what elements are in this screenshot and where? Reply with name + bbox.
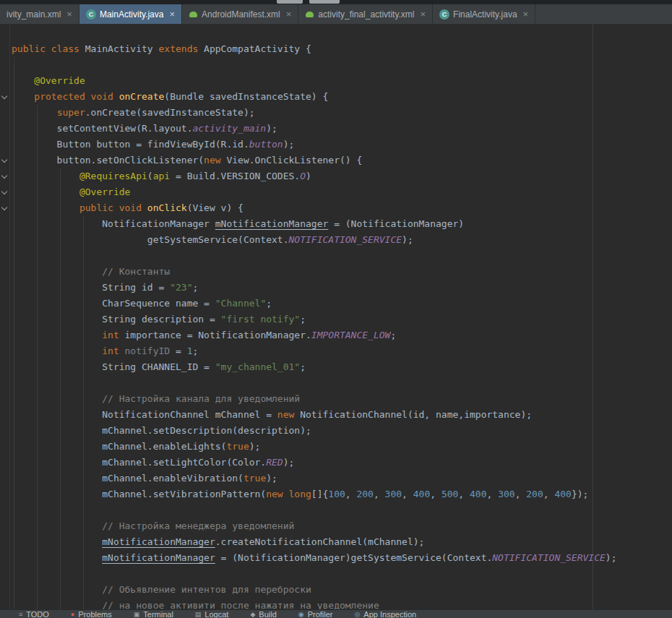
code-token: ) (306, 171, 311, 181)
code-line[interactable]: @Override (12, 184, 617, 200)
code-token: ( (147, 171, 153, 181)
android-icon (189, 9, 198, 19)
android-icon (305, 9, 314, 19)
statusbar-label: Build (259, 611, 276, 618)
code-line[interactable]: // Настройка канала для уведомлений (12, 391, 617, 407)
code-line[interactable]: @RequiresApi(api = Build.VERSION_CODES.O… (12, 168, 617, 184)
code-token: 500 (441, 489, 458, 499)
statusbar-item-terminal[interactable]: ▣Terminal (134, 611, 173, 618)
close-icon[interactable]: × (169, 9, 175, 19)
statusbar-item-todo[interactable]: ≡TODO (19, 611, 49, 618)
code-token: ); (266, 123, 277, 134)
code-token: View.OnClickListener() { (226, 155, 362, 166)
code-token: ; (192, 346, 198, 356)
terminal-icon: ▣ (134, 611, 140, 618)
code-line[interactable]: Button button = findViewById(R.id.button… (12, 137, 617, 153)
code-token: , (374, 489, 385, 499)
close-icon[interactable]: × (421, 9, 426, 19)
code-line[interactable]: public class MainActivity extends AppCom… (12, 41, 617, 57)
code-line[interactable]: CharSequence name = "Channel"; (12, 296, 617, 312)
code-line[interactable]: NotificationManager mNotificationManager… (12, 216, 617, 232)
tab-AndroidManifest.xml[interactable]: AndroidManifest.xml× (182, 4, 298, 24)
code-token (12, 91, 34, 102)
close-icon[interactable]: × (66, 9, 72, 19)
code-line[interactable]: protected void onCreate(Bundle savedInst… (12, 89, 617, 105)
code-token: , (345, 489, 357, 499)
code-token: 200 (526, 489, 543, 499)
code-line[interactable]: mChannel.enableLights(true); (12, 439, 617, 455)
code-token: activity_main (192, 123, 266, 134)
code-token: NOTIFICATION_SERVICE (289, 234, 402, 245)
code-line[interactable]: getSystemService(Context.NOTIFICATION_SE… (12, 232, 617, 248)
code-line[interactable]: public void onClick(View v) { (12, 200, 617, 216)
statusbar-item-problems[interactable]: ●Problems (71, 611, 112, 618)
code-line[interactable]: // Настройка менеджера уведомлений (12, 518, 617, 534)
code-token: MainActivity (79, 43, 159, 54)
code-line[interactable]: int notifyID = 1; (12, 343, 617, 359)
code-token: Button button = findViewById(R.id. (12, 139, 249, 150)
code-token: // Настройка канала для уведомлений (102, 393, 300, 404)
code-line[interactable]: int importance = NotificationManager.IMP… (12, 327, 617, 343)
statusbar-item-logcat[interactable]: ▤Logcat (195, 611, 229, 618)
close-icon[interactable]: × (523, 9, 529, 19)
code-token (12, 393, 102, 404)
code-line[interactable]: mNotificationManager = (NotificationMana… (12, 550, 617, 566)
code-line[interactable] (12, 57, 617, 73)
code-line[interactable]: // Обьявление интентов для переброски (12, 582, 617, 598)
code-token: ; (192, 282, 198, 293)
code-token: int (102, 330, 124, 340)
tab-FinalActivity.java[interactable]: CFinalActivity.java× (433, 4, 535, 24)
code-token (12, 536, 102, 547)
close-icon[interactable]: × (286, 9, 292, 19)
tab-label: MainActivity.java (100, 9, 163, 20)
editor[interactable]: public class MainActivity extends AppCom… (0, 25, 672, 611)
profiler-icon: ◉ (298, 611, 304, 618)
code-token: ; (266, 298, 272, 309)
code-line[interactable]: String CHANNEL_ID = "my_channel_01"; (12, 359, 617, 375)
code-token: ; (300, 361, 306, 372)
code-line[interactable]: @Override (12, 73, 617, 89)
tab-activity_final_activtity.xml[interactable]: activity_final_activtity.xml× (298, 4, 433, 24)
code-line[interactable]: button.setOnClickListener(new View.OnCli… (12, 153, 617, 168)
code-token: // Обьявление интентов для переброски (102, 584, 311, 595)
code-line[interactable]: // Константы (12, 264, 617, 280)
code-line[interactable]: mChannel.setLightColor(Color.RED); (12, 455, 617, 471)
code-token: api (153, 171, 170, 181)
code-token: ); (606, 552, 617, 563)
toolbar-fragment (309, 0, 340, 4)
statusbar-item-profiler[interactable]: ◉Profiler (298, 611, 333, 618)
tab-label: AndroidManifest.xml (202, 9, 280, 20)
statusbar-label: TODO (26, 611, 49, 618)
code-token (12, 552, 102, 563)
toolbar-fragment (277, 0, 303, 4)
code-token: // Настройка менеджера уведомлений (102, 520, 294, 531)
code-line[interactable]: mChannel.enableVibration(true); (12, 471, 617, 486)
code-line[interactable]: mChannel.setDescription(description); (12, 423, 617, 439)
statusbar-item-build[interactable]: ◆Build (250, 611, 276, 618)
code-line[interactable] (12, 502, 617, 518)
code-line[interactable] (12, 375, 617, 391)
code-token: 100 (328, 489, 345, 499)
statusbar-item-app-inspection[interactable]: ◎App Inspection (354, 611, 416, 618)
code-token: button.setOnClickListener( (12, 155, 204, 166)
code-token: []{ (311, 489, 328, 499)
code-line[interactable]: mChannel.setVibrationPattern(new long[]{… (12, 486, 617, 502)
tab-MainActivity.java[interactable]: CMainActivity.java× (79, 4, 182, 24)
code-line[interactable]: String description = "first notify"; (12, 312, 617, 327)
code-token (12, 75, 34, 86)
code-line[interactable] (12, 248, 617, 264)
code-line[interactable]: mNotificationManager.createNotificationC… (12, 534, 617, 550)
tab-ivity_main.xml[interactable]: ivity_main.xml× (0, 4, 79, 24)
code-token: @Override (34, 75, 85, 86)
code-token: , (402, 489, 413, 499)
code-line[interactable]: setContentView(R.layout.activity_main); (12, 121, 617, 137)
code-token: IMPORTANCE_LOW (311, 330, 391, 340)
code-token: .onCreate(savedInstanceState); (85, 107, 255, 118)
app-inspection-icon: ◎ (354, 611, 360, 618)
code-line[interactable]: NotificationChannel mChannel = new Notif… (12, 407, 617, 423)
code-token: mChannel.enableVibration( (12, 473, 244, 484)
code-area[interactable]: public class MainActivity extends AppCom… (0, 25, 617, 611)
code-line[interactable] (12, 566, 617, 582)
code-line[interactable]: String id = "23"; (12, 280, 617, 296)
code-line[interactable]: super.onCreate(savedInstanceState); (12, 105, 617, 121)
